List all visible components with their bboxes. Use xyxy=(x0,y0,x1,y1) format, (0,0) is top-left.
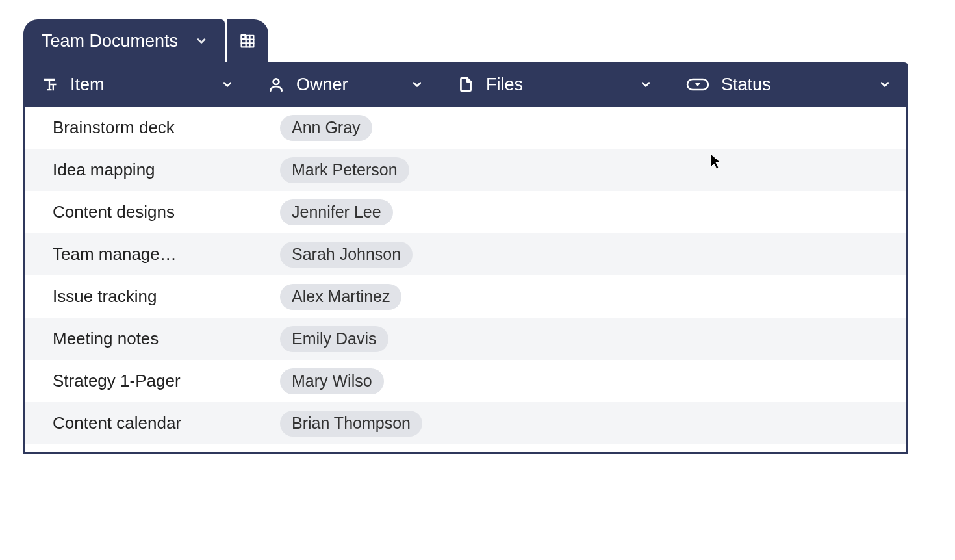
chevron-down-icon[interactable] xyxy=(878,78,891,91)
cell-status xyxy=(671,360,906,402)
cell-status xyxy=(671,149,906,191)
cell-item: Content designs xyxy=(25,191,253,233)
item-text: Content designs xyxy=(53,202,175,222)
table-grid-icon xyxy=(238,32,257,50)
svg-marker-8 xyxy=(695,83,700,86)
cell-owner: Mark Peterson xyxy=(253,149,442,191)
team-documents-table: Team Documents Item xyxy=(23,19,908,454)
owner-chip[interactable]: Emily Davis xyxy=(280,326,388,352)
file-icon xyxy=(457,76,474,93)
cell-owner: Ann Gray xyxy=(253,107,442,149)
item-text: Strategy 1-Pager xyxy=(53,371,181,391)
table-row[interactable]: Brainstorm deckAnn Gray xyxy=(25,107,906,149)
cell-owner: Emily Davis xyxy=(253,318,442,360)
chevron-down-icon[interactable] xyxy=(221,78,234,91)
cell-owner: Sarah Johnson xyxy=(253,233,442,275)
cell-owner: Mary Wilso xyxy=(253,360,442,402)
dropdown-pill-icon xyxy=(686,77,709,92)
cell-owner: Brian Thompson xyxy=(253,402,442,444)
cell-files xyxy=(442,318,671,360)
cell-status xyxy=(671,275,906,318)
cell-files xyxy=(442,275,671,318)
owner-chip[interactable]: Sarah Johnson xyxy=(280,242,413,268)
chevron-down-icon[interactable] xyxy=(411,78,424,91)
owner-chip[interactable]: Alex Martinez xyxy=(280,284,401,310)
item-text: Team manage… xyxy=(53,244,177,264)
column-label: Status xyxy=(721,75,771,95)
table-spacer xyxy=(25,444,906,452)
tab-label: Team Documents xyxy=(42,31,178,51)
column-label: Owner xyxy=(296,75,348,95)
tab-bar: Team Documents xyxy=(23,19,908,62)
svg-rect-1 xyxy=(242,36,254,47)
item-text: Content calendar xyxy=(53,413,181,433)
cell-item: Team manage… xyxy=(25,233,253,275)
cell-files xyxy=(442,149,671,191)
column-label: Item xyxy=(70,75,105,95)
text-icon xyxy=(40,75,58,94)
cell-files xyxy=(442,191,671,233)
person-icon xyxy=(268,76,285,93)
cell-item: Issue tracking xyxy=(25,275,253,318)
owner-chip[interactable]: Mary Wilso xyxy=(280,368,384,394)
cell-owner: Alex Martinez xyxy=(253,275,442,318)
column-label: Files xyxy=(486,75,523,95)
cell-status xyxy=(671,233,906,275)
owner-chip[interactable]: Mark Peterson xyxy=(280,157,409,183)
column-header-owner[interactable]: Owner xyxy=(251,62,440,107)
cell-files xyxy=(442,107,671,149)
column-header-item[interactable]: Item xyxy=(23,62,251,107)
cell-item: Meeting notes xyxy=(25,318,253,360)
table-row[interactable]: Issue trackingAlex Martinez xyxy=(25,275,906,318)
cell-files xyxy=(442,360,671,402)
owner-chip[interactable]: Jennifer Lee xyxy=(280,199,393,225)
chevron-down-icon[interactable] xyxy=(639,78,652,91)
table-row[interactable]: Meeting notesEmily Davis xyxy=(25,318,906,360)
chevron-down-icon[interactable] xyxy=(195,34,208,47)
cell-item: Content calendar xyxy=(25,402,253,444)
column-header-status[interactable]: Status xyxy=(669,62,908,107)
owner-chip[interactable]: Ann Gray xyxy=(280,115,372,141)
cell-status xyxy=(671,191,906,233)
table-row[interactable]: Strategy 1-PagerMary Wilso xyxy=(25,360,906,402)
table-body: Brainstorm deckAnn GrayIdea mappingMark … xyxy=(23,107,908,454)
cell-owner: Jennifer Lee xyxy=(253,191,442,233)
item-text: Brainstorm deck xyxy=(53,118,175,138)
table-row[interactable]: Idea mappingMark Peterson xyxy=(25,149,906,191)
tab-team-documents[interactable]: Team Documents xyxy=(23,19,225,62)
cell-item: Idea mapping xyxy=(25,149,253,191)
column-header-row: Item Owner Files xyxy=(23,62,908,107)
cell-files xyxy=(442,402,671,444)
cell-files xyxy=(442,233,671,275)
item-text: Idea mapping xyxy=(53,160,155,180)
item-text: Meeting notes xyxy=(53,329,159,349)
item-text: Issue tracking xyxy=(53,286,157,307)
table-row[interactable]: Content calendarBrian Thompson xyxy=(25,402,906,444)
table-row[interactable]: Content designsJennifer Lee xyxy=(25,191,906,233)
cell-status xyxy=(671,318,906,360)
cell-item: Brainstorm deck xyxy=(25,107,253,149)
table-view-button[interactable] xyxy=(227,19,268,62)
cell-status xyxy=(671,107,906,149)
column-header-files[interactable]: Files xyxy=(440,62,669,107)
cell-status xyxy=(671,402,906,444)
table-row[interactable]: Team manage…Sarah Johnson xyxy=(25,233,906,275)
cell-item: Strategy 1-Pager xyxy=(25,360,253,402)
svg-point-6 xyxy=(274,79,279,84)
owner-chip[interactable]: Brian Thompson xyxy=(280,411,422,437)
